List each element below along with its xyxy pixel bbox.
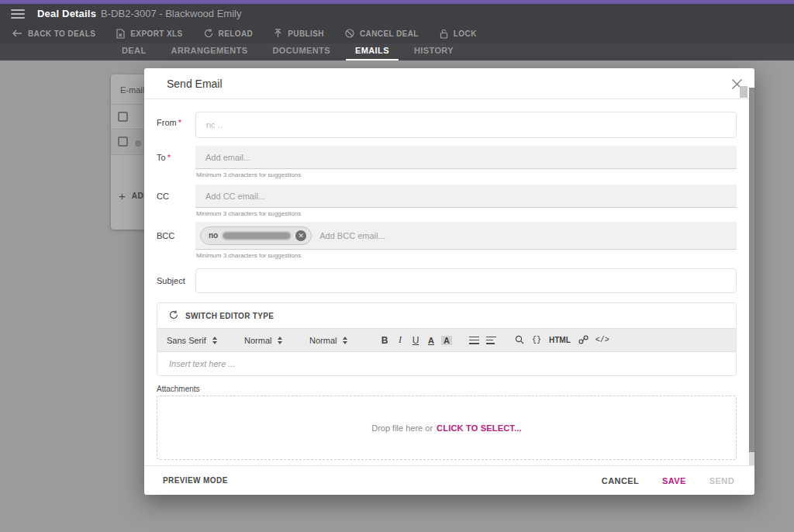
back-to-deals-button[interactable]: BACK TO DEALS	[12, 29, 95, 38]
to-label: To*	[157, 153, 171, 162]
italic-button[interactable]: I	[395, 334, 406, 346]
deal-tabs: DEAL ARRANGEMENTS DOCUMENTS EMAILS HISTO…	[0, 43, 794, 60]
link-icon[interactable]	[578, 333, 589, 347]
html-mode-button[interactable]: HTML	[549, 336, 571, 344]
updown-arrows-icon	[343, 337, 347, 344]
status-dot	[135, 140, 141, 147]
attachments-dropzone[interactable]: Drop file here or CLICK TO SELECT...	[157, 396, 737, 460]
bold-button[interactable]: B	[379, 335, 390, 346]
cancel-deal-button[interactable]: CANCEL DEAL	[345, 29, 419, 38]
send-email-dialog: Send Email From* nc .. To* Add email... …	[144, 68, 754, 495]
dialog-scrollbar-track[interactable]	[749, 88, 754, 465]
redacted-email	[223, 232, 291, 240]
subject-label: Subject	[157, 276, 185, 285]
font-size-select[interactable]: Normal	[244, 336, 299, 345]
dialog-body: From* nc .. To* Add email... Minimum 3 c…	[144, 99, 749, 465]
plus-icon: +	[119, 189, 126, 202]
bcc-recipient-chip[interactable]: no ✕	[200, 226, 312, 245]
subject-input[interactable]	[195, 268, 737, 293]
publish-button[interactable]: PUBLISH	[274, 29, 324, 38]
export-xls-button[interactable]: EXPORT XLS	[116, 29, 182, 39]
cancel-circle-icon	[345, 29, 354, 38]
highlight-color-button[interactable]: A	[441, 336, 452, 345]
switch-refresh-icon	[169, 310, 178, 321]
bullet-list-icon[interactable]	[469, 337, 479, 344]
hamburger-menu-icon[interactable]	[11, 9, 25, 19]
bcc-row: BCC no ✕ Add BCC email... Minimum 3 char…	[157, 222, 737, 262]
scrollbar-corner	[749, 452, 754, 465]
send-button-disabled[interactable]: SEND	[709, 476, 734, 485]
page-title: Deal Details	[37, 8, 96, 19]
tab-deal[interactable]: DEAL	[112, 46, 156, 60]
underline-button[interactable]: U	[410, 335, 421, 346]
search-icon[interactable]	[515, 333, 524, 347]
save-button[interactable]: SAVE	[662, 476, 686, 485]
bcc-input[interactable]: no ✕ Add BCC email...	[195, 222, 737, 250]
app-header: Deal Details B-DB2-3007 - Blackwood Emil…	[0, 4, 794, 23]
tab-history[interactable]: HISTORY	[405, 46, 463, 60]
updown-arrows-icon	[212, 337, 217, 344]
cc-row: CC Add CC email... Minimum 3 characters …	[157, 185, 737, 219]
bcc-helper-text: Minimum 3 characters for suggestions	[196, 252, 301, 259]
tab-emails[interactable]: EMAILS	[346, 46, 399, 60]
required-asterisk: *	[167, 153, 171, 162]
cc-placeholder: Add CC email...	[205, 192, 265, 201]
lock-button[interactable]: LOCK	[440, 29, 477, 39]
paragraph-format-select[interactable]: Normal	[309, 336, 364, 345]
padlock-icon	[440, 29, 448, 39]
refresh-icon	[204, 29, 213, 38]
upload-arrow-icon	[274, 29, 282, 38]
cancel-button[interactable]: CANCEL	[602, 476, 639, 485]
font-family-select[interactable]: Sans Serif	[167, 336, 233, 345]
from-row: From* nc ..	[157, 99, 737, 143]
subject-row: Subject	[157, 268, 737, 293]
dialog-scrollbar-thumb[interactable]	[740, 86, 747, 98]
dialog-header: Send Email	[144, 68, 754, 99]
to-placeholder: Add email...	[205, 153, 250, 162]
to-helper-text: Minimum 3 characters for suggestions	[196, 171, 301, 178]
braces-icon[interactable]: {}	[532, 336, 541, 344]
cc-helper-text: Minimum 3 characters for suggestions	[196, 210, 301, 217]
code-view-icon[interactable]: </>	[596, 336, 609, 344]
from-input[interactable]: nc ..	[195, 112, 737, 138]
switch-editor-type-button[interactable]: SWITCH EDITOR TYPE	[157, 303, 736, 328]
to-input[interactable]: Add email...	[195, 146, 737, 169]
reload-button[interactable]: RELOAD	[204, 29, 254, 38]
editor-toolbar: Sans Serif Normal Normal B I U A	[157, 328, 736, 352]
updown-arrows-icon	[278, 337, 282, 344]
attachments-label: Attachments	[157, 385, 200, 393]
email-column-header: E-mail	[120, 85, 144, 95]
bcc-placeholder: Add BCC email...	[319, 231, 385, 240]
tab-arrangements[interactable]: ARRANGEMENTS	[162, 46, 257, 60]
bcc-label: BCC	[157, 231, 174, 240]
drop-text: Drop file here or	[371, 423, 433, 433]
click-to-select-link[interactable]: CLICK TO SELECT...	[437, 423, 522, 433]
row-checkbox[interactable]	[118, 136, 128, 147]
email-body-editor: SWITCH EDITOR TYPE Sans Serif Normal Nor…	[157, 302, 737, 376]
tab-documents[interactable]: DOCUMENTS	[263, 46, 340, 60]
preview-mode-button[interactable]: PREVIEW MODE	[163, 476, 228, 485]
text-color-button[interactable]: A	[426, 336, 437, 345]
editor-text-area[interactable]: Insert text here ...	[157, 352, 736, 375]
required-asterisk: *	[178, 118, 181, 127]
editor-placeholder: Insert text here ...	[169, 359, 236, 368]
cc-label: CC	[157, 192, 169, 201]
action-toolbar: BACK TO DEALS EXPORT XLS RELOAD PUBLISH …	[0, 23, 794, 43]
dialog-title: Send Email	[167, 78, 223, 90]
align-list-icon[interactable]	[486, 337, 496, 344]
cc-input[interactable]: Add CC email...	[195, 185, 737, 208]
chip-text: no	[209, 231, 218, 240]
deal-reference: B-DB2-3007 - Blackwood Emily	[101, 8, 241, 19]
from-value: nc ..	[206, 120, 223, 130]
from-label: From*	[157, 118, 181, 127]
chip-remove-icon[interactable]: ✕	[295, 230, 306, 241]
screen: Deal Details B-DB2-3007 - Blackwood Emil…	[0, 0, 794, 532]
file-x-icon	[116, 29, 125, 39]
arrow-left-icon	[12, 29, 22, 37]
to-row: To* Add email... Minimum 3 characters fo…	[157, 146, 737, 181]
dialog-footer: PREVIEW MODE CANCEL SAVE SEND	[144, 465, 754, 495]
row-checkbox[interactable]	[118, 112, 128, 122]
